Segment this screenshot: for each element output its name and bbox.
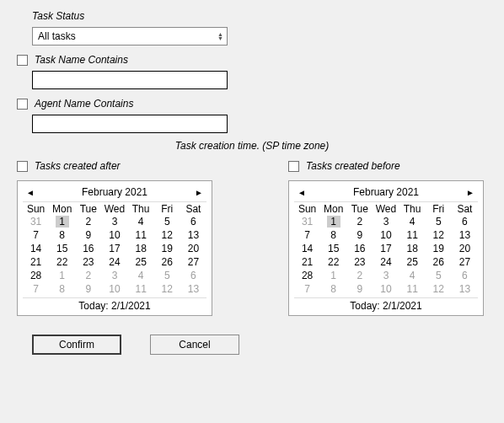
calendar-before-today-link[interactable]: Today: 2/1/2021	[294, 297, 478, 313]
calendar-after-day[interactable]: 2	[75, 269, 101, 282]
calendar-before-day[interactable]: 3	[373, 269, 399, 282]
calendar-before-day[interactable]: 12	[426, 228, 452, 242]
calendar-after-day[interactable]: 8	[49, 282, 75, 296]
calendar-after-day[interactable]: 21	[23, 255, 49, 269]
calendar-before-day[interactable]: 11	[399, 228, 426, 242]
calendar-before-day[interactable]: 7	[294, 228, 320, 242]
calendar-after-day[interactable]: 5	[154, 215, 180, 228]
calendar-before-day[interactable]: 14	[294, 242, 320, 255]
calendar-before-day[interactable]: 1	[320, 215, 346, 228]
agent-name-contains-checkbox[interactable]	[17, 99, 28, 110]
calendar-before-day[interactable]: 28	[294, 269, 320, 282]
calendar-after-day[interactable]: 11	[128, 228, 154, 242]
calendar-before-day[interactable]: 9	[346, 228, 373, 242]
calendar-before-day[interactable]: 21	[294, 255, 320, 269]
calendar-before-day[interactable]: 9	[346, 282, 373, 296]
calendar-before-day[interactable]: 2	[346, 269, 373, 282]
confirm-button[interactable]: Confirm	[32, 335, 121, 355]
calendar-before-prev-month[interactable]: ◄	[296, 188, 308, 197]
calendar-after-day[interactable]: 13	[180, 282, 206, 296]
task-name-contains-checkbox[interactable]	[17, 55, 28, 66]
calendar-before-day[interactable]: 17	[373, 242, 399, 255]
calendar-after-day[interactable]: 10	[101, 228, 127, 242]
calendar-after-day[interactable]: 15	[49, 242, 75, 255]
calendar-after-day[interactable]: 1	[49, 269, 75, 282]
cancel-button[interactable]: Cancel	[150, 335, 239, 355]
calendar-before-day[interactable]: 27	[452, 255, 478, 269]
calendar-after-day[interactable]: 26	[154, 255, 180, 269]
calendar-before-day[interactable]: 4	[399, 215, 426, 228]
calendar-before-day[interactable]: 19	[426, 242, 452, 255]
calendar-before-day[interactable]: 18	[399, 242, 426, 255]
tasks-created-after-checkbox[interactable]	[17, 161, 28, 172]
calendar-after-prev-month[interactable]: ◄	[24, 188, 36, 197]
calendar-before[interactable]: ◄February 2021►SunMonTueWedThuFriSat3112…	[288, 180, 484, 316]
calendar-before-day[interactable]: 3	[373, 215, 399, 228]
calendar-before-next-month[interactable]: ►	[464, 188, 476, 197]
calendar-before-day[interactable]: 22	[320, 255, 346, 269]
calendar-after-day[interactable]: 7	[23, 228, 49, 242]
calendar-after-day[interactable]: 24	[101, 255, 127, 269]
calendar-after-day[interactable]: 12	[154, 282, 180, 296]
task-name-input[interactable]	[32, 71, 228, 89]
calendar-before-day[interactable]: 13	[452, 228, 478, 242]
calendar-before-day[interactable]: 6	[452, 269, 478, 282]
calendar-after-day[interactable]: 16	[75, 242, 101, 255]
calendar-after-day[interactable]: 6	[180, 269, 206, 282]
calendar-after-day[interactable]: 9	[75, 228, 101, 242]
calendar-before-day[interactable]: 10	[373, 228, 399, 242]
calendar-before-day[interactable]: 8	[320, 282, 346, 296]
calendar-after-day[interactable]: 31	[23, 215, 49, 228]
calendar-after-day[interactable]: 5	[154, 269, 180, 282]
calendar-after-day[interactable]: 12	[154, 228, 180, 242]
calendar-after-day[interactable]: 3	[101, 269, 127, 282]
calendar-after-day[interactable]: 9	[75, 282, 101, 296]
tasks-created-before-checkbox[interactable]	[288, 161, 299, 172]
calendar-after-day[interactable]: 23	[75, 255, 101, 269]
calendar-after-day[interactable]: 27	[180, 255, 206, 269]
calendar-after-next-month[interactable]: ►	[193, 188, 205, 197]
calendar-after-day[interactable]: 4	[128, 215, 154, 228]
calendar-after-day[interactable]: 10	[101, 282, 127, 296]
calendar-before-day[interactable]: 6	[452, 215, 478, 228]
calendar-before-day[interactable]: 7	[294, 282, 320, 296]
calendar-after-day[interactable]: 17	[101, 242, 127, 255]
calendar-after-day[interactable]: 19	[154, 242, 180, 255]
calendar-after-day[interactable]: 8	[49, 228, 75, 242]
calendar-before-day[interactable]: 16	[346, 242, 373, 255]
calendar-after[interactable]: ◄February 2021►SunMonTueWedThuFriSat3112…	[17, 180, 212, 316]
task-status-dropdown[interactable]: All tasks ▲▼	[32, 27, 228, 46]
calendar-before-day[interactable]: 4	[399, 269, 426, 282]
agent-name-input[interactable]	[32, 115, 228, 133]
calendar-after-day[interactable]: 11	[128, 282, 154, 296]
calendar-before-day[interactable]: 2	[346, 215, 373, 228]
calendar-after-day[interactable]: 25	[128, 255, 154, 269]
calendar-before-day[interactable]: 13	[452, 282, 478, 296]
calendar-before-day[interactable]: 8	[320, 228, 346, 242]
calendar-after-day[interactable]: 6	[180, 215, 206, 228]
calendar-before-day[interactable]: 26	[426, 255, 452, 269]
calendar-before-day[interactable]: 23	[346, 255, 373, 269]
calendar-before-day[interactable]: 25	[399, 255, 426, 269]
calendar-before-day[interactable]: 20	[452, 242, 478, 255]
calendar-before-day[interactable]: 1	[320, 269, 346, 282]
calendar-before-day[interactable]: 15	[320, 242, 346, 255]
calendar-after-day[interactable]: 3	[101, 215, 127, 228]
calendar-before-day[interactable]: 11	[399, 282, 426, 296]
calendar-after-day[interactable]: 22	[49, 255, 75, 269]
calendar-after-today-link[interactable]: Today: 2/1/2021	[23, 297, 206, 313]
calendar-before-day[interactable]: 24	[373, 255, 399, 269]
calendar-after-day[interactable]: 20	[180, 242, 206, 255]
calendar-after-day[interactable]: 2	[75, 215, 101, 228]
calendar-before-day[interactable]: 5	[426, 215, 452, 228]
calendar-after-day[interactable]: 18	[128, 242, 154, 255]
calendar-before-day[interactable]: 10	[373, 282, 399, 296]
calendar-after-day[interactable]: 14	[23, 242, 49, 255]
calendar-before-day[interactable]: 12	[426, 282, 452, 296]
calendar-after-day[interactable]: 28	[23, 269, 49, 282]
calendar-after-day[interactable]: 7	[23, 282, 49, 296]
calendar-before-day[interactable]: 5	[426, 269, 452, 282]
calendar-after-day[interactable]: 13	[180, 228, 206, 242]
calendar-before-day[interactable]: 31	[294, 215, 320, 228]
calendar-after-day[interactable]: 4	[128, 269, 154, 282]
